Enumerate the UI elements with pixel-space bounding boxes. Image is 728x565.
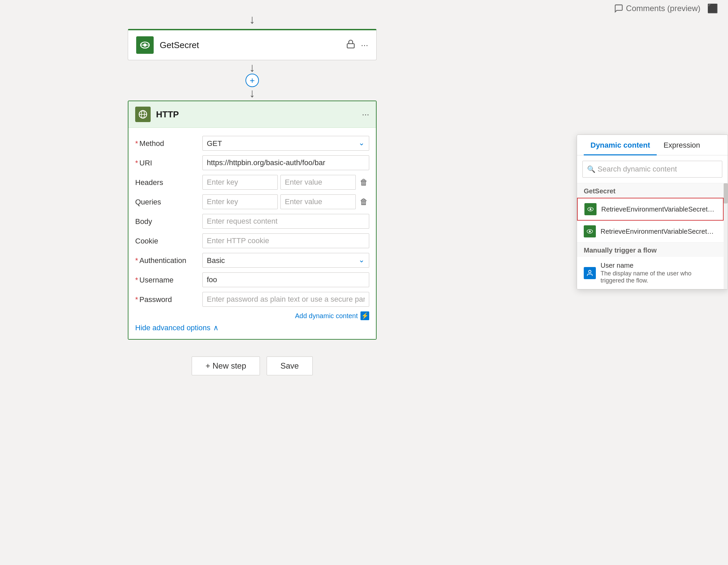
body-label: Body xyxy=(135,214,202,226)
bottom-buttons: + New step Save xyxy=(192,356,312,375)
get-secret-title: GetSecret xyxy=(160,40,346,50)
password-row: *Password xyxy=(135,292,369,307)
lock-icon[interactable] xyxy=(346,39,355,51)
search-wrapper xyxy=(582,161,722,178)
cookie-input[interactable] xyxy=(202,233,369,248)
panel-item-2-text: RetrieveEnvironmentVariableSecretValueRe… xyxy=(601,228,717,235)
method-row: *Method GET POST PUT DELETE xyxy=(135,136,369,151)
method-select[interactable]: GET POST PUT DELETE xyxy=(202,136,369,151)
arrow-down-3: ↓ xyxy=(249,87,255,99)
panel-item-1[interactable]: RetrieveEnvironmentVariableSecretValueRe… xyxy=(577,198,724,221)
queries-value-input[interactable] xyxy=(280,194,356,209)
panel-item-1-icon xyxy=(584,203,597,215)
method-required: * xyxy=(135,139,138,148)
add-dynamic-link[interactable]: Add dynamic content xyxy=(295,312,358,320)
headers-label: Headers xyxy=(135,175,202,187)
cookie-control xyxy=(202,233,369,248)
svg-point-10 xyxy=(589,230,591,232)
auth-label: *Authentication xyxy=(135,253,202,265)
password-input[interactable] xyxy=(202,292,369,307)
queries-row: Queries 🗑 xyxy=(135,194,369,209)
headers-delete-icon[interactable]: 🗑 xyxy=(358,176,369,188)
save-button[interactable]: Save xyxy=(267,356,313,375)
arrow-down-2: ↓ xyxy=(249,62,255,74)
auth-select-wrapper: Basic None Client Credentials xyxy=(202,253,369,268)
arrow-down-1: ↓ xyxy=(249,13,255,26)
queries-label: Queries xyxy=(135,194,202,206)
http-title: HTTP xyxy=(156,109,362,120)
queries-control: 🗑 xyxy=(202,194,369,209)
http-icon xyxy=(135,107,151,122)
tab-expression[interactable]: Expression xyxy=(657,135,707,155)
http-more-icon[interactable]: ··· xyxy=(362,109,369,120)
plus-connector: ↓ + ↓ xyxy=(245,62,259,99)
dynamic-content-panel: Dynamic content Expression GetSecret xyxy=(577,135,728,290)
panel-content: GetSecret RetrieveEnvironmentVariableSec… xyxy=(577,183,728,289)
auth-control: Basic None Client Credentials xyxy=(202,253,369,268)
body-row: Body xyxy=(135,214,369,229)
panel-toggle-icon[interactable]: ⬛ xyxy=(707,3,718,14)
dynamic-icon[interactable]: ⚡ xyxy=(360,311,369,320)
svg-point-8 xyxy=(589,208,591,210)
headers-row: Headers 🗑 xyxy=(135,175,369,190)
queries-delete-icon[interactable]: 🗑 xyxy=(358,196,369,208)
svg-point-11 xyxy=(588,270,591,272)
new-step-button[interactable]: + New step xyxy=(192,356,260,375)
method-control: GET POST PUT DELETE xyxy=(202,136,369,151)
panel-item-2-icon xyxy=(584,225,596,237)
http-card-header[interactable]: HTTP ··· xyxy=(128,101,376,128)
uri-input[interactable] xyxy=(202,155,369,170)
auth-row: *Authentication Basic None Client Creden… xyxy=(135,253,369,268)
panel-item-3-text: User name xyxy=(601,262,717,269)
panel-item-1-text: RetrieveEnvironmentVariableSecretValueRe… xyxy=(601,205,716,213)
headers-inputs: 🗑 xyxy=(202,175,369,190)
queries-key-input[interactable] xyxy=(202,194,278,209)
hide-advanced-button[interactable]: Hide advanced options ∧ xyxy=(135,324,369,332)
scrollbar-thumb[interactable] xyxy=(724,183,728,203)
auth-select[interactable]: Basic None Client Credentials xyxy=(202,253,369,268)
canvas: ↓ GetSecret ··· ↓ + ↓ xyxy=(0,0,504,565)
hide-advanced-label: Hide advanced options xyxy=(135,324,210,332)
http-card: HTTP ··· *Method GET POST PUT DELETE xyxy=(128,101,377,340)
top-bar: Comments (preview) ⬛ xyxy=(604,0,728,17)
more-menu-icon[interactable]: ··· xyxy=(361,40,368,50)
headers-value-input[interactable] xyxy=(280,175,356,190)
panel-item-3[interactable]: User name The display name of the user w… xyxy=(577,257,724,289)
cookie-row: Cookie xyxy=(135,233,369,248)
password-control xyxy=(202,292,369,307)
method-label: *Method xyxy=(135,136,202,148)
panel-item-3-content: User name The display name of the user w… xyxy=(601,262,717,284)
http-form-body: *Method GET POST PUT DELETE xyxy=(128,128,376,339)
panel-tabs: Dynamic content Expression xyxy=(577,135,728,155)
chevron-up-icon: ∧ xyxy=(213,324,219,332)
svg-rect-3 xyxy=(347,43,354,48)
panel-item-2[interactable]: RetrieveEnvironmentVariableSecretValueRe… xyxy=(577,221,724,242)
card-actions: ··· xyxy=(346,39,368,51)
get-secret-icon xyxy=(136,36,154,54)
username-input[interactable] xyxy=(202,272,369,287)
comments-button[interactable]: Comments (preview) xyxy=(614,4,700,13)
comments-label: Comments (preview) xyxy=(626,4,700,13)
headers-key-input[interactable] xyxy=(202,175,278,190)
tab-dynamic-content[interactable]: Dynamic content xyxy=(584,135,657,155)
uri-row: *URI xyxy=(135,155,369,170)
get-secret-card[interactable]: GetSecret ··· xyxy=(128,29,377,60)
section-manual-trigger: Manually trigger a flow xyxy=(577,242,724,257)
panel-item-3-sub: The display name of the user who trigger… xyxy=(601,270,717,284)
queries-inputs: 🗑 xyxy=(202,194,369,209)
add-step-button[interactable]: + xyxy=(245,74,259,87)
dynamic-search-input[interactable] xyxy=(582,161,722,178)
cookie-label: Cookie xyxy=(135,233,202,246)
add-dynamic-row: Add dynamic content ⚡ xyxy=(135,311,369,320)
uri-label: *URI xyxy=(135,155,202,167)
body-control xyxy=(202,214,369,229)
panel-items: GetSecret RetrieveEnvironmentVariableSec… xyxy=(577,183,724,289)
password-label: *Password xyxy=(135,292,202,304)
username-control xyxy=(202,272,369,287)
body-input[interactable] xyxy=(202,214,369,229)
method-select-wrapper: GET POST PUT DELETE xyxy=(202,136,369,151)
headers-control: 🗑 xyxy=(202,175,369,190)
uri-control xyxy=(202,155,369,170)
scrollbar-track[interactable] xyxy=(724,183,728,289)
username-label: *Username xyxy=(135,272,202,285)
